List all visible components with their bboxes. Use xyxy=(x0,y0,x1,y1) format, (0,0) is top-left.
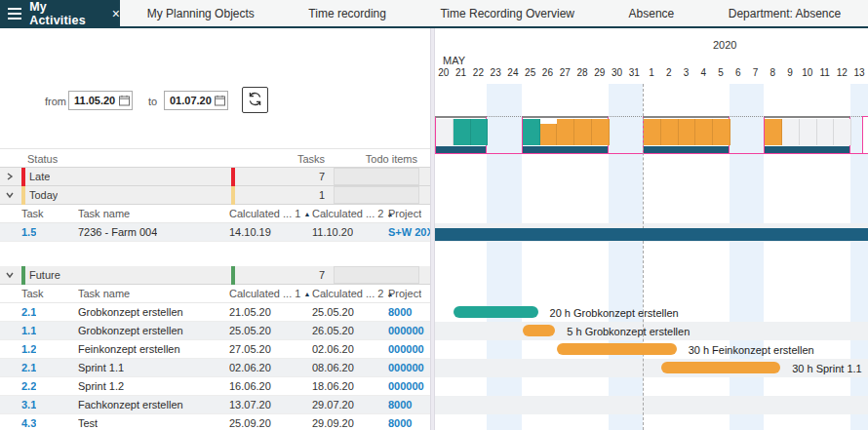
column-header-tasks[interactable]: Tasks xyxy=(231,149,325,169)
sub-column-task-name[interactable]: Task name xyxy=(78,285,130,303)
task-number[interactable]: 1.2 xyxy=(21,340,36,359)
task-project[interactable]: 8000 xyxy=(388,414,432,430)
task-project[interactable]: 000000 xyxy=(388,340,432,359)
task-project[interactable]: 000000 xyxy=(388,377,432,396)
table-spacer xyxy=(0,242,432,266)
menu-icon[interactable] xyxy=(8,5,21,22)
from-date-field[interactable] xyxy=(68,91,133,110)
task-calc2-date: 29.09.20 xyxy=(312,414,354,430)
task-project[interactable]: 8000 xyxy=(388,396,432,414)
day-header: 26 xyxy=(539,67,557,81)
tab-time-recording-overview[interactable]: Time Recording Overview xyxy=(434,7,580,20)
gantt-bar-range[interactable] xyxy=(435,228,868,241)
sub-column-task-name[interactable]: Task name xyxy=(78,205,130,223)
active-tab-label: My Activities xyxy=(29,0,102,27)
gantt-bar-pill[interactable] xyxy=(523,325,556,336)
day-header: 24 xyxy=(504,67,522,81)
tab-close-icon[interactable]: × xyxy=(112,7,120,20)
sub-column-project[interactable]: Project xyxy=(388,285,421,303)
from-label: from xyxy=(45,96,66,107)
group-status-bar xyxy=(231,186,235,205)
day-header: 8 xyxy=(764,67,781,81)
sub-column-task[interactable]: Task xyxy=(21,285,44,303)
task-number[interactable]: 2.1 xyxy=(21,303,36,322)
task-row-4.3[interactable]: 4.3Test25.09.2029.09.208000 xyxy=(0,414,432,430)
task-calc1-date: 21.05.20 xyxy=(229,303,271,322)
group-task-count: 1 xyxy=(237,186,325,205)
column-header-todo[interactable]: Todo items xyxy=(334,149,417,169)
task-project[interactable]: 000000 xyxy=(388,322,432,340)
task-row-1.1[interactable]: 1.1Grobkonzept erstellen25.05.2026.05.20… xyxy=(0,322,432,340)
to-date-field[interactable] xyxy=(164,91,228,110)
task-number[interactable]: 1.5 xyxy=(21,223,36,242)
chevron-down-icon[interactable] xyxy=(5,190,15,200)
weekend-band xyxy=(625,84,643,430)
day-header: 7 xyxy=(747,67,765,81)
chevron-down-icon[interactable] xyxy=(5,270,15,280)
sub-column-task[interactable]: Task xyxy=(21,205,44,223)
tab-time-recording[interactable]: Time recording xyxy=(302,7,392,20)
task-name: Grobkonzept erstellen xyxy=(78,303,183,322)
task-row-2.2[interactable]: 2.2Sprint 1.216.06.2018.06.20000000 xyxy=(0,377,432,396)
task-project[interactable]: 8000 xyxy=(388,303,432,322)
chevron-right-icon[interactable] xyxy=(5,172,15,181)
calendar-icon[interactable] xyxy=(215,95,225,108)
task-number[interactable]: 1.1 xyxy=(21,322,36,340)
sub-header-row: TaskTask nameCalculated ... 1▲Calculated… xyxy=(0,285,432,303)
tab-department-absence[interactable]: Department: Absence xyxy=(723,7,847,20)
sub-column-calc2[interactable]: Calculated ... 2▲ xyxy=(312,205,393,223)
tab-my-activities[interactable]: My Activities × xyxy=(0,0,120,26)
group-row-late[interactable]: Late7 xyxy=(0,168,432,186)
task-project[interactable]: S+W 20X xyxy=(388,223,432,242)
gantt-bar-pill[interactable] xyxy=(557,343,676,355)
capacity-week-block xyxy=(522,116,609,154)
capacity-bar-orange xyxy=(695,119,713,145)
gantt-bar-pill[interactable] xyxy=(661,362,780,373)
tab-absence[interactable]: Absence xyxy=(623,7,681,20)
task-calc1-date: 16.06.20 xyxy=(229,377,271,396)
tab-my-planning-objects[interactable]: My Planning Objects xyxy=(141,7,260,20)
group-row-future[interactable]: Future7 xyxy=(0,266,432,285)
capacity-bar-teal xyxy=(454,119,471,145)
day-header: 20 xyxy=(435,67,453,81)
capacity-baseline xyxy=(644,146,729,153)
task-calc1-date: 25.09.20 xyxy=(229,414,271,430)
task-calc1-date: 14.10.19 xyxy=(229,223,271,242)
task-calc2-date: 11.10.20 xyxy=(312,223,353,242)
sort-asc-icon[interactable]: ▲ xyxy=(303,291,310,297)
task-name: Sprint 1.2 xyxy=(78,377,124,396)
weekend-band xyxy=(609,84,626,430)
sub-column-project[interactable]: Project xyxy=(388,205,421,223)
task-project[interactable]: 000000 xyxy=(388,359,432,377)
sub-column-calc1[interactable]: Calculated ... 1▲ xyxy=(229,205,310,223)
task-row-3.1[interactable]: 3.1Fachkonzept erstellen13.07.2029.07.20… xyxy=(0,396,432,414)
task-calc2-date: 26.05.20 xyxy=(312,322,354,340)
task-row-2.1[interactable]: 2.1Grobkonzept erstellen21.05.2025.05.20… xyxy=(0,303,432,322)
day-header: 23 xyxy=(487,67,504,81)
panel-splitter[interactable] xyxy=(430,28,435,430)
task-number[interactable]: 2.1 xyxy=(21,359,36,377)
sub-column-calc2[interactable]: Calculated ... 2▲ xyxy=(312,285,393,303)
calendar-icon[interactable] xyxy=(119,95,130,108)
task-number[interactable]: 4.3 xyxy=(21,414,36,430)
task-calc2-date: 25.05.20 xyxy=(312,303,354,322)
day-header: 5 xyxy=(712,67,730,81)
task-calc1-date: 13.07.20 xyxy=(229,396,271,414)
refresh-button[interactable] xyxy=(242,87,268,113)
group-todo-cell xyxy=(334,266,419,284)
task-row-1.5[interactable]: 1.57236 - Farm 00414.10.1911.10.20S+W 20… xyxy=(0,223,432,242)
capacity-bar-empty xyxy=(834,119,851,145)
sub-column-calc1[interactable]: Calculated ... 1▲ xyxy=(229,285,310,303)
task-number[interactable]: 3.1 xyxy=(21,396,36,414)
task-row-2.1[interactable]: 2.1Sprint 1.102.06.2008.06.20000000 xyxy=(0,359,432,377)
group-row-today[interactable]: Today1 xyxy=(0,186,432,205)
task-row-1.2[interactable]: 1.2Feinkonzept erstellen27.05.2002.06.20… xyxy=(0,340,432,359)
sort-asc-icon[interactable]: ▲ xyxy=(303,211,310,217)
tab-bar: My Activities × My Planning ObjectsTime … xyxy=(0,0,868,28)
gantt-bar-pill[interactable] xyxy=(454,306,538,318)
column-header-status[interactable]: Status xyxy=(27,149,58,169)
capacity-bar-orange xyxy=(557,119,574,145)
sub-header-row: TaskTask nameCalculated ... 1▲Calculated… xyxy=(0,205,432,223)
group-status-bar xyxy=(21,168,25,186)
task-number[interactable]: 2.2 xyxy=(21,377,36,396)
